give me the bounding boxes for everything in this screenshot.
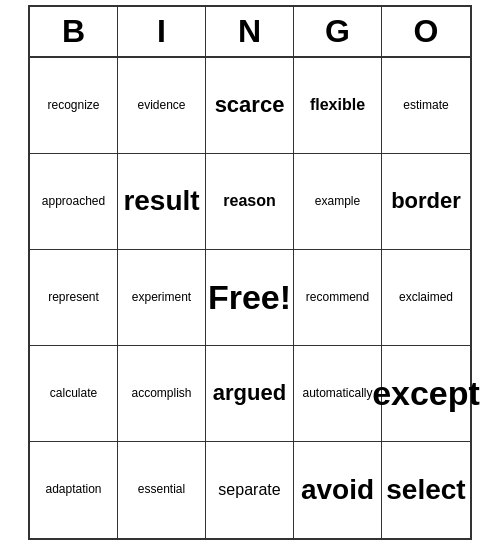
bingo-header: BINGO [30,7,470,58]
cell-text: except [372,373,480,414]
bingo-cell: recommend [294,250,382,346]
bingo-cell: avoid [294,442,382,538]
cell-text: separate [218,480,280,499]
cell-text: border [391,188,461,214]
bingo-cell: adaptation [30,442,118,538]
cell-text: example [315,194,360,208]
bingo-cell: flexible [294,58,382,154]
bingo-cell: except [382,346,470,442]
header-letter-O: O [382,7,470,56]
cell-text: approached [42,194,105,208]
cell-text: calculate [50,386,97,400]
cell-text: select [386,473,465,507]
bingo-cell: argued [206,346,294,442]
cell-text: exclaimed [399,290,453,304]
bingo-card: BINGO recognizeevidencescarceflexibleest… [28,5,472,540]
bingo-cell: Free! [206,250,294,346]
cell-text: scarce [215,92,285,118]
cell-text: result [123,184,199,218]
bingo-cell: result [118,154,206,250]
cell-text: recommend [306,290,369,304]
cell-text: estimate [403,98,448,112]
bingo-cell: recognize [30,58,118,154]
header-letter-N: N [206,7,294,56]
bingo-cell: select [382,442,470,538]
cell-text: represent [48,290,99,304]
cell-text: evidence [137,98,185,112]
cell-text: reason [223,191,275,210]
bingo-cell: reason [206,154,294,250]
cell-text: experiment [132,290,191,304]
bingo-cell: evidence [118,58,206,154]
cell-text: argued [213,380,286,406]
bingo-cell: experiment [118,250,206,346]
bingo-cell: scarce [206,58,294,154]
cell-text: accomplish [131,386,191,400]
bingo-cell: approached [30,154,118,250]
bingo-cell: essential [118,442,206,538]
bingo-cell: calculate [30,346,118,442]
cell-text: recognize [47,98,99,112]
bingo-grid: recognizeevidencescarceflexibleestimatea… [30,58,470,538]
bingo-cell: estimate [382,58,470,154]
cell-text: Free! [208,277,291,318]
cell-text: essential [138,482,185,496]
cell-text: automatically [302,386,372,400]
header-letter-G: G [294,7,382,56]
bingo-cell: exclaimed [382,250,470,346]
bingo-cell: automatically [294,346,382,442]
cell-text: adaptation [45,482,101,496]
cell-text: avoid [301,473,374,507]
bingo-cell: accomplish [118,346,206,442]
cell-text: flexible [310,95,365,114]
bingo-cell: represent [30,250,118,346]
bingo-cell: border [382,154,470,250]
header-letter-I: I [118,7,206,56]
bingo-cell: example [294,154,382,250]
bingo-cell: separate [206,442,294,538]
header-letter-B: B [30,7,118,56]
